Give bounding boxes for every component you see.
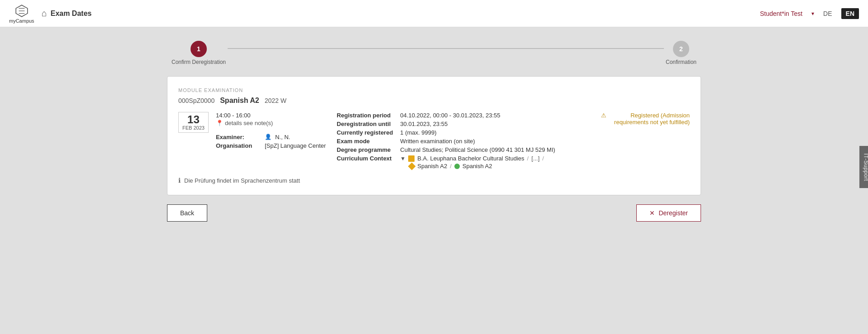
step-1-label: Confirm Deregistration [172, 59, 226, 65]
chevron-down-icon: ▼ [400, 155, 405, 162]
step-2-label: Confirmation [666, 59, 696, 65]
step-line [228, 48, 664, 49]
home-nav[interactable]: ⌂ Exam Dates [42, 8, 92, 19]
circle-green-icon [454, 164, 460, 169]
date-day: 13 [182, 114, 205, 125]
degree-value: Cultural Studies; Political Science (099… [400, 146, 590, 153]
examiner-row: Examiner: 👤 N., N. [216, 134, 326, 140]
curriculum-label: Curriculum Context [337, 155, 393, 169]
step-2: 2 Confirmation [666, 41, 696, 65]
content-wrapper: 1 Confirm Deregistration 2 Confirmation … [167, 41, 701, 320]
logo-icon [14, 4, 29, 18]
organisation-row: Organisation [SpZ] Language Center [216, 142, 326, 149]
header: myCampus ⌂ Exam Dates Student*in Test ▾ … [0, 0, 868, 27]
status-text: Registered (Admission requirements not y… [608, 112, 690, 126]
separator-3: / [450, 163, 452, 169]
step-1-circle: 1 [191, 41, 207, 57]
user-name[interactable]: Student*in Test [760, 10, 802, 17]
page-title: Exam Dates [51, 10, 92, 18]
logo-area: myCampus [9, 4, 34, 24]
logo-text: myCampus [9, 18, 34, 24]
curriculum-ellipsis: [...] [531, 155, 539, 162]
organisation-value: [SpZ] Language Center [265, 142, 326, 149]
it-support-tab[interactable]: IT-Support [859, 146, 868, 188]
exam-title-row: 000SpZ0000 Spanish A2 2022 W [178, 97, 690, 105]
location-icon: 📍 [216, 120, 223, 126]
it-support-label: IT-Support [863, 153, 868, 181]
section-label: MODULE EXAMINATION [178, 87, 690, 93]
currently-registered-value: 1 (max. 9999) [400, 129, 590, 136]
exam-meta: Examiner: 👤 N., N. Organisation [SpZ] La… [216, 134, 326, 149]
home-icon: ⌂ [42, 8, 47, 19]
warning-icon: ⚠ [601, 112, 606, 119]
folder-icon [408, 155, 415, 162]
footer-buttons: Back ✕ Deregister [167, 204, 701, 222]
step-1: 1 Confirm Deregistration [172, 41, 226, 65]
exam-place: 📍 details see note(s) [216, 120, 326, 126]
separator-1: / [527, 155, 529, 162]
curriculum-value: ▼ B.A. Leuphana Bachelor Cultural Studie… [400, 155, 590, 169]
exam-year: 2022 W [265, 97, 286, 104]
header-right: Student*in Test ▾ DE EN [760, 8, 859, 19]
reg-period-label: Registration period [337, 112, 393, 119]
examiner-label: Examiner: [216, 134, 261, 140]
curriculum-item-1: Spanish A2 [417, 163, 447, 169]
exam-mode-value: Written examination (on site) [400, 138, 590, 145]
deregister-button[interactable]: ✕ Deregister [636, 204, 701, 222]
exam-name: Spanish A2 [220, 97, 259, 105]
step-2-circle: 2 [673, 41, 689, 57]
info-icon: ℹ [178, 177, 181, 184]
stepper: 1 Confirm Deregistration 2 Confirmation [167, 41, 701, 65]
dereg-value: 30.01.2023, 23:55 [400, 121, 590, 127]
deregister-label: Deregister [658, 209, 688, 217]
exam-card: MODULE EXAMINATION 000SpZ0000 Spanish A2… [167, 76, 701, 195]
dropdown-icon: ▾ [811, 10, 814, 17]
dereg-label: Deregistration until [337, 121, 393, 127]
exam-code: 000SpZ0000 [178, 97, 215, 104]
degree-label: Degree programme [337, 146, 393, 153]
organisation-label: Organisation [216, 142, 261, 149]
curriculum-item-2: Spanish A2 [463, 163, 492, 169]
exam-mode-label: Exam mode [337, 138, 393, 145]
examiner-value: N., N. [275, 134, 290, 140]
x-icon: ✕ [649, 209, 655, 217]
header-left: myCampus ⌂ Exam Dates [9, 4, 91, 24]
date-month: FEB 2023 [182, 125, 205, 131]
status-badge: ⚠ Registered (Admission requirements not… [601, 112, 690, 126]
main-content: 1 Confirm Deregistration 2 Confirmation … [0, 27, 868, 334]
separator-2: / [542, 155, 544, 162]
exam-time: 14:00 - 16:00 [216, 112, 326, 119]
time-place-meta: 14:00 - 16:00 📍 details see note(s) Exam… [216, 112, 326, 149]
curriculum-row-2: Spanish A2 / Spanish A2 [400, 163, 590, 169]
reg-period-value: 04.10.2022, 00:00 - 30.01.2023, 23:55 [400, 112, 590, 119]
lang-de-button[interactable]: DE [823, 10, 832, 17]
curriculum-row-1: ▼ B.A. Leuphana Bachelor Cultural Studie… [400, 155, 590, 162]
diamond-icon [408, 162, 416, 170]
info-section: Registration period 04.10.2022, 00:00 - … [337, 112, 590, 169]
curriculum-path: B.A. Leuphana Bachelor Cultural Studies [417, 155, 524, 162]
back-button[interactable]: Back [167, 204, 207, 222]
currently-registered-label: Currently registered [337, 129, 393, 136]
examiner-person-icon: 👤 [265, 134, 272, 140]
note-text: Die Prüfung findet im Sprachenzentrum st… [184, 177, 300, 184]
lang-en-button[interactable]: EN [841, 8, 859, 19]
date-box: 13 FEB 2023 [178, 112, 209, 133]
note-row: ℹ Die Prüfung findet im Sprachenzentrum … [178, 177, 690, 184]
